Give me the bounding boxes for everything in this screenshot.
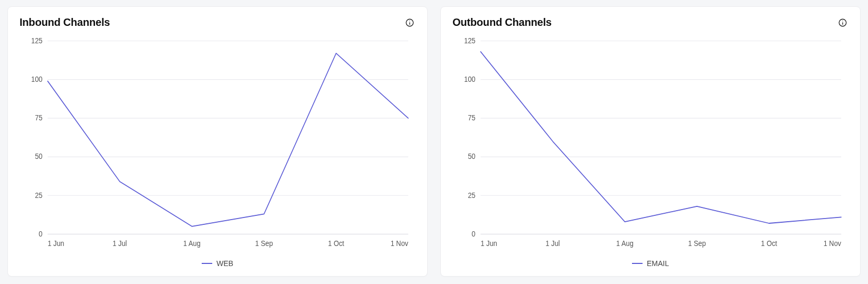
x-tick-label: 1 Jul <box>112 239 127 248</box>
dashboard-row: Inbound Channels 02550751001251 Jun1 Jul… <box>0 0 868 284</box>
y-tick-label: 125 <box>464 36 475 45</box>
card-header: Outbound Channels <box>452 16 848 29</box>
outbound-chart: 02550751001251 Jun1 Jul1 Aug1 Sep1 Oct1 … <box>452 33 848 254</box>
legend-label: WEB <box>216 259 233 268</box>
y-tick-label: 50 <box>468 153 476 161</box>
info-icon[interactable] <box>837 17 848 29</box>
x-tick-label: 1 Sep <box>255 239 273 248</box>
series-line <box>48 53 408 226</box>
x-tick-label: 1 Sep <box>688 239 706 248</box>
inbound-legend: WEB <box>20 254 416 268</box>
svg-point-12 <box>842 20 843 21</box>
x-tick-label: 1 Aug <box>616 239 634 248</box>
y-tick-label: 100 <box>31 75 43 83</box>
y-tick-label: 0 <box>471 230 476 238</box>
inbound-channels-card: Inbound Channels 02550751001251 Jun1 Jul… <box>7 6 428 277</box>
y-tick-label: 50 <box>35 153 43 161</box>
y-tick-label: 75 <box>468 114 475 122</box>
legend-line-icon <box>632 263 643 264</box>
y-tick-label: 0 <box>39 230 43 238</box>
y-tick-label: 75 <box>35 114 42 122</box>
info-icon[interactable] <box>404 17 416 29</box>
card-header: Inbound Channels <box>20 16 416 29</box>
x-tick-label: 1 Nov <box>391 239 409 248</box>
x-tick-label: 1 Nov <box>824 239 842 248</box>
y-tick-label: 100 <box>464 75 476 83</box>
series-line <box>480 52 841 223</box>
x-tick-label: 1 Oct <box>328 239 344 248</box>
x-tick-label: 1 Oct <box>761 239 777 248</box>
y-tick-label: 25 <box>35 191 42 200</box>
outbound-channels-card: Outbound Channels 02550751001251 Jun1 Ju… <box>440 6 861 277</box>
legend-line-icon <box>202 263 212 264</box>
inbound-chart: 02550751001251 Jun1 Jul1 Aug1 Sep1 Oct1 … <box>20 33 416 254</box>
x-tick-label: 1 Jun <box>48 239 64 248</box>
legend-label: EMAIL <box>647 259 669 268</box>
x-tick-label: 1 Jul <box>545 239 560 248</box>
y-tick-label: 25 <box>468 191 475 200</box>
outbound-legend: EMAIL <box>452 254 848 268</box>
y-tick-label: 125 <box>31 36 42 45</box>
x-tick-label: 1 Jun <box>480 239 497 248</box>
svg-point-2 <box>409 20 410 21</box>
card-title: Outbound Channels <box>452 16 552 29</box>
x-tick-label: 1 Aug <box>183 239 201 248</box>
card-title: Inbound Channels <box>20 16 110 29</box>
